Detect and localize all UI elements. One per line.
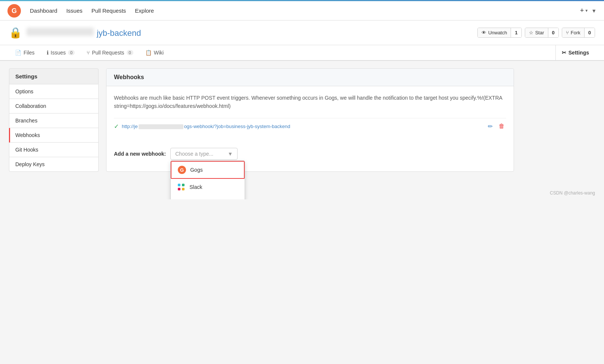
page-footer: CSDN @charles-wang (0, 187, 604, 199)
sidebar-item-webhooks[interactable]: Webhooks (9, 128, 99, 143)
repo-tabs: 📄 Files ℹ Issues 0 ⑂ Pull Requests 0 📋 W… (0, 45, 604, 61)
unwatch-label: 👁 Unwatch (478, 28, 511, 37)
new-item-button[interactable]: + ▼ (580, 7, 588, 15)
webhook-url-blurred (139, 124, 183, 129)
sidebar-item-deploy-keys[interactable]: Deploy Keys (9, 157, 99, 172)
main-content: Settings Options Collaboration Branches … (0, 61, 523, 179)
webhook-entry: ✓ http://jeogs-webhook/?job=business-jyb… (114, 118, 506, 134)
webhook-type-dropdown-trigger[interactable]: Choose a type... ▼ (170, 148, 238, 160)
svg-rect-6 (178, 188, 180, 190)
dropdown-arrow-icon: ▼ (227, 151, 233, 157)
settings-icon: ✂ (562, 50, 566, 56)
panel-title: Webhooks (114, 74, 506, 81)
webhook-action-buttons: ✏ 🗑 (486, 122, 506, 131)
star-button[interactable]: ☆ Star 0 (525, 28, 559, 38)
footer-text: CSDN @charles-wang (550, 190, 595, 196)
files-icon: 📄 (15, 50, 21, 56)
webhook-description: Webhooks are much like basic HTTP POST e… (114, 94, 506, 111)
star-label: ☆ Star (525, 28, 548, 37)
add-webhook-label: Add a new webhook: (114, 151, 166, 157)
webhook-url-end: ogs-webhook/?job=business-jyb-system-bac… (184, 124, 290, 129)
discord-dropdown-icon: D (177, 199, 186, 199)
webhook-delete-button[interactable]: 🗑 (497, 122, 506, 131)
fork-button[interactable]: ⑂ Fork 0 (562, 28, 595, 38)
svg-text:G: G (12, 7, 17, 15)
webhook-url-link[interactable]: http://jeogs-webhook/?job=business-jyb-s… (122, 124, 483, 129)
repo-owner-path (27, 28, 94, 36)
add-webhook-row: Add a new webhook: Choose a type... ▼ (114, 142, 506, 160)
webhooks-panel: Webhooks Webhooks are much like basic HT… (106, 68, 514, 172)
svg-rect-7 (182, 188, 185, 190)
webhook-url-start: http://je (122, 124, 138, 129)
user-dropdown-icon[interactable]: ▼ (591, 8, 597, 14)
fork-count: 0 (585, 28, 595, 37)
brand-logo[interactable]: G (7, 4, 21, 18)
nav-right-actions: + ▼ ▼ (580, 7, 597, 15)
pull-requests-icon: ⑂ (87, 50, 90, 56)
top-nav: G Dashboard Issues Pull Requests Explore… (0, 1, 604, 21)
issues-badge: 0 (68, 50, 75, 55)
tab-pull-requests[interactable]: ⑂ Pull Requests 0 (81, 45, 139, 61)
star-icon: ☆ (529, 30, 533, 35)
slack-dropdown-icon (177, 183, 186, 192)
repo-header: 🔒 jyb-backend 👁 Unwatch 1 ☆ Star 0 ⑂ For… (0, 21, 604, 45)
plus-icon: + (580, 7, 584, 15)
repo-full-name: jyb-backend (27, 28, 141, 38)
webhook-edit-button[interactable]: ✏ (486, 122, 494, 131)
webhook-type-dropdown: Choose a type... ▼ G Gog (170, 148, 238, 160)
repo-name[interactable]: jyb-backend (97, 28, 141, 38)
sidebar-item-git-hooks[interactable]: Git Hooks (9, 143, 99, 157)
panel-body: Webhooks are much like basic HTTP POST e… (106, 86, 514, 167)
issues-icon: ℹ (47, 50, 49, 56)
repo-private-lock-icon: 🔒 (9, 27, 22, 39)
settings-sidebar: Settings Options Collaboration Branches … (9, 68, 99, 172)
nav-issues[interactable]: Issues (66, 6, 82, 15)
tab-issues[interactable]: ℹ Issues 0 (41, 45, 81, 61)
dropdown-placeholder-text: Choose a type... (175, 151, 213, 157)
svg-rect-4 (178, 184, 180, 186)
svg-rect-5 (182, 184, 185, 186)
dropdown-item-slack[interactable]: Slack (171, 179, 245, 195)
pull-requests-badge: 0 (127, 50, 133, 55)
slack-label: Slack (189, 184, 202, 190)
eye-icon: 👁 (481, 30, 486, 35)
tab-settings[interactable]: ✂ Settings (555, 45, 595, 61)
fork-icon: ⑂ (566, 30, 569, 35)
unwatch-count: 1 (511, 28, 521, 37)
sidebar-item-branches[interactable]: Branches (9, 113, 99, 128)
nav-plus-dropdown-icon: ▼ (585, 9, 588, 13)
webhook-type-dropdown-menu: G Gogs (170, 161, 245, 199)
sidebar-item-collaboration[interactable]: Collaboration (9, 99, 99, 113)
star-count: 0 (548, 28, 558, 37)
unwatch-button[interactable]: 👁 Unwatch 1 (477, 28, 522, 38)
dropdown-item-gogs[interactable]: G Gogs (171, 161, 245, 179)
gogs-label: Gogs (190, 167, 202, 173)
fork-label: ⑂ Fork (562, 28, 585, 37)
nav-dashboard[interactable]: Dashboard (30, 6, 57, 15)
sidebar-title: Settings (9, 68, 99, 84)
nav-explore[interactable]: Explore (135, 6, 154, 15)
svg-text:G: G (180, 167, 184, 173)
sidebar-item-options[interactable]: Options (9, 84, 99, 99)
webhook-status-check-icon: ✓ (114, 123, 119, 130)
tab-files[interactable]: 📄 Files (9, 45, 41, 61)
tab-wiki[interactable]: 📋 Wiki (139, 45, 170, 61)
wiki-icon: 📋 (145, 50, 152, 56)
panel-header: Webhooks (106, 69, 514, 86)
dropdown-item-discord[interactable]: D Discord (171, 195, 245, 199)
gogs-dropdown-icon: G (177, 165, 186, 174)
nav-pull-requests[interactable]: Pull Requests (92, 6, 126, 15)
repo-action-buttons: 👁 Unwatch 1 ☆ Star 0 ⑂ Fork 0 (477, 28, 595, 38)
